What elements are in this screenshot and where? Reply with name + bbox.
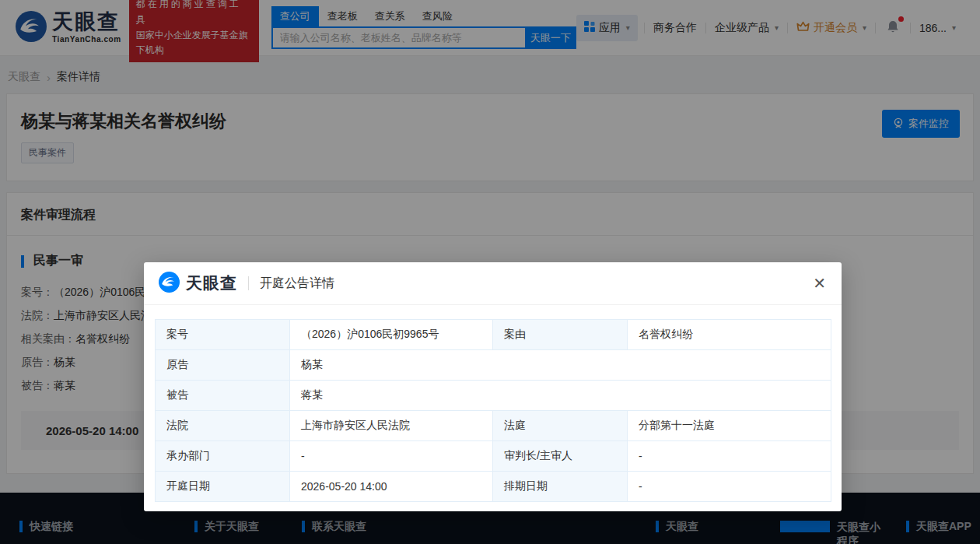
cell-label: 开庭日期	[156, 472, 290, 502]
cell-label: 案号	[156, 320, 290, 350]
cell-label: 审判长/主审人	[493, 441, 628, 472]
cell-value: 杨某	[290, 350, 831, 381]
cell-label: 法院	[156, 411, 290, 441]
cell-label: 排期日期	[493, 472, 628, 502]
tianyancha-swirl-icon	[159, 272, 180, 296]
cell-value: 分部第十一法庭	[628, 411, 831, 441]
cell-label: 法庭	[493, 411, 628, 441]
divider	[248, 276, 249, 290]
cell-value: -	[290, 441, 493, 472]
cell-value: -	[628, 472, 831, 502]
modal-brand-name: 天眼查	[186, 272, 237, 294]
modal-title: 开庭公告详情	[260, 276, 334, 292]
cell-label: 承办部门	[156, 441, 290, 472]
modal-header: 天眼查 开庭公告详情 ✕	[144, 262, 842, 305]
hearing-detail-modal: 天眼查 开庭公告详情 ✕ 案号 （2026）沪0106民初9965号 案由 名誉…	[144, 262, 842, 511]
table-row: 被告 蒋某	[156, 381, 831, 411]
cell-label: 原告	[156, 350, 290, 381]
cell-label: 案由	[493, 320, 628, 350]
table-row: 案号 （2026）沪0106民初9965号 案由 名誉权纠纷	[156, 320, 831, 350]
cell-value: 名誉权纠纷	[628, 320, 831, 350]
cell-value: 上海市静安区人民法院	[290, 411, 493, 441]
table-row: 法院 上海市静安区人民法院 法庭 分部第十一法庭	[156, 411, 831, 441]
cell-value: 蒋某	[290, 381, 831, 411]
hearing-detail-table: 案号 （2026）沪0106民初9965号 案由 名誉权纠纷 原告 杨某 被告 …	[155, 319, 831, 502]
table-row: 原告 杨某	[156, 350, 831, 381]
close-icon[interactable]: ✕	[810, 272, 829, 294]
cell-value: -	[628, 441, 831, 472]
table-row: 开庭日期 2026-05-20 14:00 排期日期 -	[156, 472, 831, 502]
cell-value: 2026-05-20 14:00	[290, 472, 493, 502]
cell-label: 被告	[156, 381, 290, 411]
cell-value: （2026）沪0106民初9965号	[290, 320, 493, 350]
table-row: 承办部门 - 审判长/主审人 -	[156, 441, 831, 472]
